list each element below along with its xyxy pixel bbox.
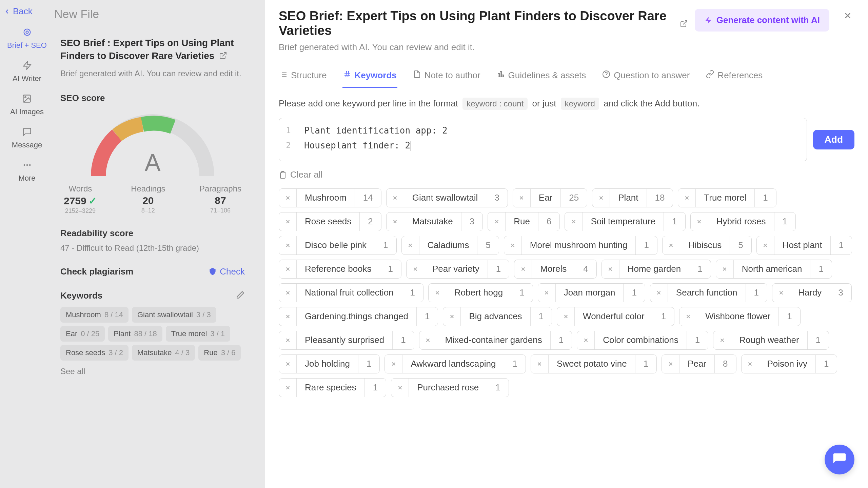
- tab-structure[interactable]: Structure: [279, 64, 328, 88]
- chat-icon: [832, 452, 847, 467]
- remove-chip-button[interactable]: [391, 379, 409, 397]
- chip-count: 18: [647, 189, 673, 207]
- remove-chip-button[interactable]: [429, 284, 446, 302]
- keyword-chip: Hardy3: [772, 283, 852, 302]
- editor-gutter: 12: [279, 118, 298, 161]
- remove-chip-button[interactable]: [663, 236, 680, 255]
- chip-label: Caladiums: [419, 236, 478, 255]
- tab-note-to-author[interactable]: Note to author: [412, 64, 481, 88]
- remove-chip-button[interactable]: [488, 212, 506, 231]
- remove-chip-button[interactable]: [443, 307, 461, 326]
- remove-chip-button[interactable]: [279, 260, 297, 278]
- chip-count: 25: [561, 189, 587, 207]
- remove-chip-button[interactable]: [279, 379, 297, 397]
- tab-keywords[interactable]: Keywords: [342, 64, 397, 88]
- keyword-chip: Rough weather1: [713, 331, 829, 350]
- keyword-chip: Caladiums5: [401, 236, 499, 255]
- remove-chip-button[interactable]: [602, 260, 619, 278]
- chip-label: Reference books: [297, 260, 380, 278]
- keyword-chip: North american1: [716, 260, 832, 279]
- remove-chip-button[interactable]: [691, 212, 708, 231]
- remove-chip-button[interactable]: [565, 212, 583, 231]
- chip-label: Ear: [531, 189, 561, 207]
- keyword-chip: Poison ivy1: [741, 354, 837, 373]
- remove-chip-button[interactable]: [742, 355, 759, 373]
- chip-count: 1: [774, 212, 795, 231]
- chip-label: North american: [734, 260, 811, 278]
- tab-guidelines-assets[interactable]: Guidelines & assets: [496, 64, 587, 88]
- chip-count: 1: [687, 331, 708, 349]
- remove-chip-button[interactable]: [419, 331, 437, 349]
- chip-count: 3: [486, 189, 507, 207]
- chip-count: 5: [477, 236, 498, 255]
- editor-content[interactable]: Plant identification app: 2 Houseplant f…: [298, 118, 807, 161]
- keyword-chip: Search function1: [650, 283, 767, 302]
- chip-label: Matsutake: [404, 212, 461, 231]
- keyword-chip: National fruit collection1: [279, 283, 423, 302]
- remove-chip-button[interactable]: [662, 355, 679, 373]
- chip-count: 1: [375, 236, 396, 255]
- chip-label: Color combinations: [595, 331, 687, 349]
- add-button[interactable]: Add: [813, 130, 854, 149]
- chip-label: Pear variety: [424, 260, 488, 278]
- chip-label: Hibiscus: [680, 236, 730, 255]
- keyword-chip: Rare species1: [279, 378, 386, 397]
- remove-chip-button[interactable]: [279, 236, 297, 255]
- remove-chip-button[interactable]: [387, 189, 404, 207]
- chip-count: 4: [575, 260, 596, 278]
- remove-chip-button[interactable]: [279, 307, 297, 326]
- remove-chip-button[interactable]: [407, 260, 424, 278]
- remove-chip-button[interactable]: [385, 355, 402, 373]
- chip-count: 1: [635, 355, 656, 373]
- remove-chip-button[interactable]: [531, 355, 549, 373]
- keyword-chip: Mushroom14: [279, 188, 381, 207]
- chip-label: Morels: [532, 260, 575, 278]
- remove-chip-button[interactable]: [650, 284, 668, 302]
- remove-chip-button[interactable]: [387, 212, 404, 231]
- remove-chip-button[interactable]: [577, 331, 595, 349]
- chip-count: 14: [355, 189, 381, 207]
- keyword-chip: True morel1: [678, 188, 776, 207]
- remove-chip-button[interactable]: [279, 189, 297, 207]
- remove-chip-button[interactable]: [402, 236, 419, 255]
- keyword-chip: Plant18: [592, 188, 673, 207]
- chip-label: Pear: [679, 355, 715, 373]
- chip-count: 1: [808, 331, 829, 349]
- keyword-editor[interactable]: 12 Plant identification app: 2 Houseplan…: [279, 118, 807, 161]
- remove-chip-button[interactable]: [713, 331, 731, 349]
- keyword-chip: Morels4: [514, 260, 596, 279]
- keyword-chip: Pear8: [662, 354, 736, 373]
- chip-count: 5: [730, 236, 751, 255]
- chip-count: 1: [664, 212, 685, 231]
- external-link-icon[interactable]: [680, 16, 688, 31]
- tab-question-to-answer[interactable]: Question to answer: [601, 64, 690, 88]
- remove-chip-button[interactable]: [514, 260, 532, 278]
- generate-content-button[interactable]: Generate content with AI: [695, 9, 829, 32]
- remove-chip-button[interactable]: [538, 284, 556, 302]
- remove-chip-button[interactable]: [279, 284, 297, 302]
- remove-chip-button[interactable]: [678, 189, 696, 207]
- chip-label: Big advances: [461, 307, 530, 326]
- keywords-modal: SEO Brief: Expert Tips on Using Plant Fi…: [265, 0, 868, 488]
- remove-chip-button[interactable]: [757, 236, 774, 255]
- clear-all-button[interactable]: Clear all: [279, 169, 322, 180]
- chat-fab[interactable]: [825, 445, 854, 474]
- remove-chip-button[interactable]: [592, 189, 610, 207]
- close-button[interactable]: [841, 9, 854, 22]
- remove-chip-button[interactable]: [679, 307, 697, 326]
- remove-chip-button[interactable]: [772, 284, 790, 302]
- chip-count: 1: [417, 307, 438, 326]
- chip-count: 1: [358, 355, 379, 373]
- chip-count: 1: [831, 236, 852, 255]
- remove-chip-button[interactable]: [504, 236, 522, 255]
- keyword-hint: Please add one keyword per line in the f…: [279, 98, 854, 110]
- remove-chip-button[interactable]: [279, 331, 297, 349]
- remove-chip-button[interactable]: [716, 260, 734, 278]
- remove-chip-button[interactable]: [279, 212, 297, 231]
- remove-chip-button[interactable]: [279, 355, 297, 373]
- remove-chip-button[interactable]: [513, 189, 531, 207]
- chip-label: Purchased rose: [409, 379, 487, 397]
- keyword-chip-list: Mushroom14Giant swallowtail3Ear25Plant18…: [279, 188, 854, 397]
- tab-references[interactable]: References: [705, 64, 763, 88]
- remove-chip-button[interactable]: [557, 307, 575, 326]
